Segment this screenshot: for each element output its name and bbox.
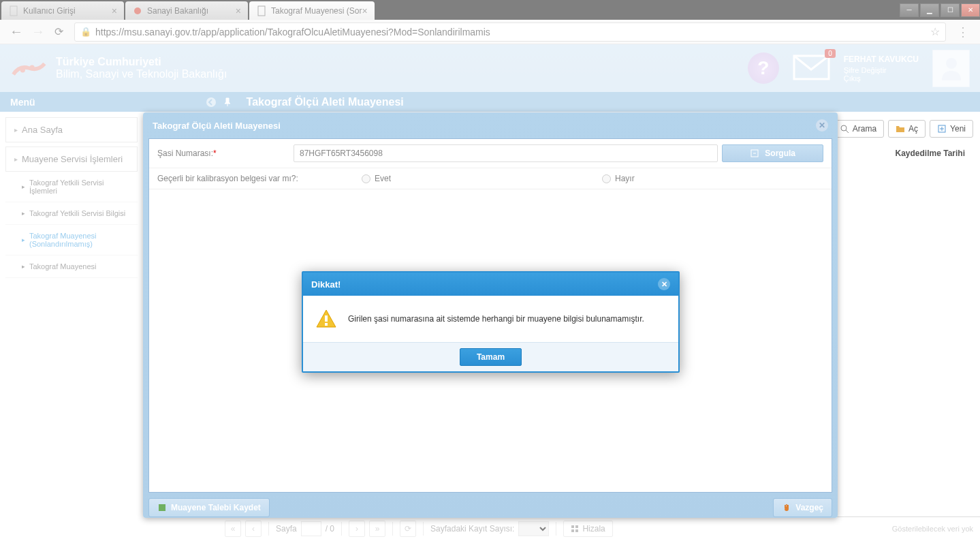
- logout-link[interactable]: Çıkış: [844, 74, 919, 82]
- panel-close-icon[interactable]: ✕: [816, 119, 828, 132]
- browser-tab-active[interactable]: Takograf Muayenesi (Sor ×: [249, 1, 375, 20]
- close-icon[interactable]: ×: [112, 5, 117, 16]
- button-label: Aç: [908, 124, 918, 134]
- mail-badge: 0: [825, 49, 836, 58]
- cancel-button[interactable]: Vazgeç: [773, 498, 832, 517]
- search-button[interactable]: Arama: [832, 120, 884, 138]
- mail-icon[interactable]: 0: [793, 55, 830, 82]
- sidebar-sub-item-active[interactable]: ▸Takograf Muayenesi (Sonlandırılmamış): [5, 225, 138, 256]
- org-line2: Bilim, Sanayi ve Teknoloji Bakanlığı: [56, 68, 227, 80]
- user-block: FERHAT KAVUKCU Şifre Değiştir Çıkış: [844, 55, 919, 82]
- next-page-button[interactable]: ›: [349, 521, 365, 537]
- alert-title: Dikkat!: [311, 279, 341, 290]
- query-button[interactable]: Sorgula: [722, 144, 823, 162]
- chevron-right-icon: ▸: [22, 183, 25, 190]
- url-input[interactable]: 🔒 https://msu.sanayi.gov.tr/app/applicat…: [74, 22, 946, 42]
- close-window-button[interactable]: ✕: [961, 3, 980, 17]
- url-text: https://msu.sanayi.gov.tr/app/applicatio…: [95, 27, 490, 37]
- chassis-label: Şasi Numarası:*: [157, 149, 294, 158]
- align-button[interactable]: Hizala: [563, 521, 612, 537]
- tab-title: Sanayi Bakanlığı: [147, 6, 208, 16]
- window-titlebar: Kullanıcı Girişi × Sanayi Bakanlığı × Ta…: [0, 0, 980, 20]
- calibration-row: Geçerli bir kalibrasyon belgesi var mı?:…: [149, 168, 832, 189]
- svg-rect-14: [575, 525, 578, 528]
- chevron-right-icon: ▸: [22, 263, 25, 270]
- grid-icon: [571, 525, 579, 533]
- svg-rect-0: [10, 6, 17, 16]
- svg-rect-15: [571, 529, 574, 532]
- button-label: Arama: [853, 124, 876, 134]
- sidebar-item-label: Takograf Yetkili Servisi İşlemleri: [29, 179, 129, 195]
- close-icon[interactable]: ×: [236, 5, 241, 16]
- sidebar-item-label: Muayene Servisi İşlemleri: [22, 154, 123, 164]
- new-button[interactable]: Yeni: [930, 120, 973, 138]
- svg-point-7: [206, 97, 216, 107]
- window-controls: ─ ▁ ☐ ✕: [898, 3, 980, 17]
- help-icon[interactable]: ?: [748, 52, 779, 84]
- search-icon: [840, 124, 849, 134]
- alert-body: Girilen şasi numarasına ait sistemde her…: [303, 296, 678, 342]
- new-icon: [937, 124, 947, 134]
- close-icon[interactable]: ×: [362, 5, 367, 16]
- browser-tab[interactable]: Kullanıcı Girişi ×: [1, 1, 124, 20]
- chevron-right-icon: ▸: [14, 126, 18, 134]
- chassis-input[interactable]: [294, 144, 718, 162]
- alert-message: Girilen şasi numarasına ait sistemde her…: [348, 314, 644, 324]
- sidebar-group[interactable]: ▸Muayene Servisi İşlemleri: [5, 146, 138, 172]
- radio-yes[interactable]: Evet: [362, 174, 391, 183]
- bookmark-icon[interactable]: ☆: [930, 25, 940, 38]
- browser-tab[interactable]: Sanayi Bakanlığı ×: [125, 1, 248, 20]
- save-icon: [157, 503, 167, 512]
- folder-icon: [896, 124, 905, 134]
- logo-gear-icon: [10, 51, 48, 85]
- menu-label[interactable]: Menü: [10, 97, 35, 108]
- user-name: FERHAT KAVUKCU: [844, 55, 919, 64]
- back-icon[interactable]: ←: [10, 24, 23, 40]
- org-title: Türkiye Cumhuriyeti Bilim, Sanayi ve Tek…: [56, 56, 227, 80]
- sidebar-sub-item[interactable]: ▸Takograf Muayenesi: [5, 256, 138, 278]
- save-request-button[interactable]: Muayene Talebi Kaydet: [148, 498, 270, 517]
- minimize-button[interactable]: ─: [900, 3, 919, 17]
- lock-icon: 🔒: [80, 27, 91, 37]
- chevron-right-icon: ▸: [14, 155, 18, 163]
- calibration-label: Geçerli bir kalibrasyon belgesi var mı?:: [157, 174, 362, 183]
- radio-label: Hayır: [615, 174, 635, 183]
- column-header[interactable]: Kaydedilme Tarihi: [887, 144, 973, 162]
- sidebar-home[interactable]: ▸Ana Sayfa: [5, 117, 138, 142]
- tab-title: Takograf Muayenesi (Sor: [271, 6, 362, 16]
- kebab-menu-icon[interactable]: ⋮: [957, 25, 969, 40]
- maximize-button[interactable]: ☐: [941, 3, 960, 17]
- chevron-right-icon: ▸: [22, 236, 25, 243]
- open-button[interactable]: Aç: [888, 120, 926, 138]
- page-title: Takograf Ölçü Aleti Muayenesi: [247, 96, 404, 108]
- radio-no[interactable]: Hayır: [602, 174, 635, 183]
- alert-close-icon[interactable]: ✕: [658, 278, 670, 290]
- svg-rect-19: [159, 504, 165, 511]
- chassis-row: Şasi Numarası:* Sorgula: [149, 139, 832, 168]
- svg-point-8: [841, 125, 847, 131]
- sidebar-sub-item[interactable]: ▸Takograf Yetkili Servisi Bilgisi: [5, 202, 138, 225]
- last-page-button[interactable]: »: [369, 521, 385, 537]
- ok-button[interactable]: Tamam: [460, 348, 522, 366]
- prev-page-button[interactable]: ‹: [245, 521, 262, 537]
- svg-point-3: [20, 67, 25, 72]
- forward-icon[interactable]: →: [31, 24, 45, 40]
- app-header: Türkiye Cumhuriyeti Bilim, Sanayi ve Tek…: [0, 44, 980, 92]
- sidebar-item-label: Ana Sayfa: [22, 125, 63, 135]
- sidebar-item-label: Takograf Muayenesi (Sonlandırılmamış): [29, 232, 129, 248]
- page-size-select[interactable]: [518, 521, 549, 536]
- reload-icon[interactable]: ⟳: [54, 25, 63, 38]
- panel-title-bar: Takograf Ölçü Aleti Muayenesi ✕: [143, 112, 838, 138]
- first-page-button[interactable]: «: [225, 521, 241, 537]
- pin-icon[interactable]: [222, 97, 233, 108]
- refresh-button[interactable]: ⟳: [400, 521, 416, 537]
- avatar[interactable]: [932, 50, 970, 87]
- sidebar-sub-item[interactable]: ▸Takograf Yetkili Servisi İşlemleri: [5, 172, 138, 202]
- change-password-link[interactable]: Şifre Değiştir: [844, 66, 919, 74]
- file-icon: [256, 5, 267, 16]
- alert-footer: Tamam: [303, 342, 678, 371]
- page-input[interactable]: [301, 521, 321, 536]
- nav-back-icon[interactable]: [206, 97, 217, 108]
- minimize2-button[interactable]: ▁: [920, 3, 939, 17]
- panel-title: Takograf Ölçü Aleti Muayenesi: [153, 121, 281, 131]
